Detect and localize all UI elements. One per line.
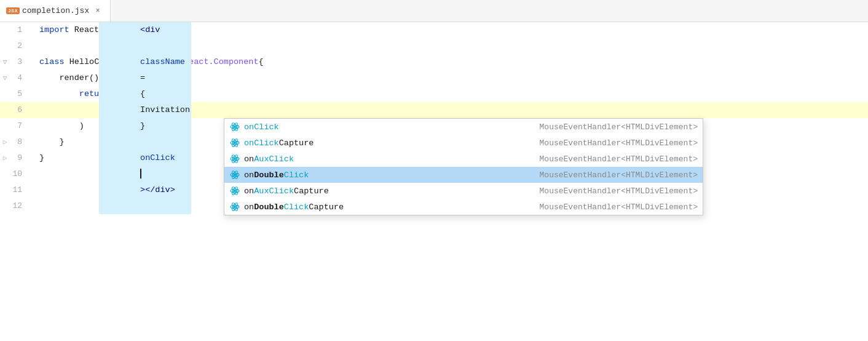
autocomplete-label-onauxclickcapture: onAuxClickCapture	[244, 187, 536, 196]
autocomplete-type-onauxclickcapture: MouseEventHandler<HTMLDivElement>	[540, 187, 698, 196]
autocomplete-dropdown: onClick MouseEventHandler<HTMLDivElement…	[224, 118, 703, 215]
autocomplete-item-onclickcapture[interactable]: onClickCapture MouseEventHandler<HTMLDiv…	[224, 135, 703, 151]
svg-point-20	[234, 206, 236, 208]
autocomplete-type-ondoubleclickcapture: MouseEventHandler<HTMLDivElement>	[540, 203, 698, 212]
autocomplete-type-onclick: MouseEventHandler<HTMLDivElement>	[540, 122, 698, 132]
svg-point-16	[234, 190, 236, 192]
svg-point-0	[234, 126, 236, 128]
line-num-1: 1	[0, 22, 30, 38]
code-content[interactable]: import React from 'react' ; class HelloC…	[30, 22, 868, 341]
autocomplete-label-ondoubleclickcapture: onDoubleClickCapture	[244, 203, 536, 212]
autocomplete-type-onauxclick: MouseEventHandler<HTMLDivElement>	[540, 154, 698, 164]
react-icon-1	[229, 121, 240, 132]
svg-point-4	[234, 142, 236, 144]
line-num-3: ▽ 3	[0, 54, 30, 70]
autocomplete-item-ondoubleclickcapture[interactable]: onDoubleClickCapture MouseEventHandler<H…	[224, 199, 703, 215]
autocomplete-label-ondoubleclick: onDoubleClick	[244, 170, 536, 180]
react-icon-5	[229, 185, 240, 196]
autocomplete-type-ondoubleclick: MouseEventHandler<HTMLDivElement>	[540, 170, 698, 180]
fold-icon-3[interactable]: ▽	[1, 58, 9, 66]
line-num-5: 5	[0, 86, 30, 102]
jsx-icon: JSX	[7, 6, 18, 17]
autocomplete-item-onauxclick[interactable]: onAuxClick MouseEventHandler<HTMLDivElem…	[224, 151, 703, 167]
fold-icon-4[interactable]: ▽	[1, 74, 9, 82]
react-icon-2	[229, 137, 240, 148]
autocomplete-type-onclickcapture: MouseEventHandler<HTMLDivElement>	[540, 138, 698, 148]
line-num-2: 2	[0, 38, 30, 54]
tab-close-button[interactable]: ×	[93, 6, 103, 16]
editor-area: 1 2 ▽ 3 ▽ 4 5 6 7 ▷ 8	[0, 22, 868, 341]
tab-bar: JSX completion.jsx ×	[0, 0, 868, 22]
svg-point-12	[234, 174, 236, 176]
autocomplete-label-onclickcapture: onClickCapture	[244, 138, 536, 148]
tab-filename: completion.jsx	[22, 6, 89, 15]
autocomplete-label-onauxclick: onAuxClick	[244, 154, 536, 164]
code-line-6: <div className = { Invitation } onClick …	[30, 102, 868, 118]
line-numbers: 1 2 ▽ 3 ▽ 4 5 6 7 ▷ 8	[0, 22, 30, 341]
line-num-6: 6	[0, 102, 30, 118]
jsx-badge: JSX	[6, 7, 20, 14]
react-icon-4	[229, 169, 240, 180]
svg-point-8	[234, 158, 236, 160]
line-num-9: ▷ 9	[0, 150, 30, 166]
react-icon-6	[229, 201, 240, 212]
fold-icon-9[interactable]: ▷	[1, 154, 9, 162]
text-cursor	[140, 169, 141, 179]
line-num-10: 10	[0, 166, 30, 182]
line-num-8: ▷ 8	[0, 134, 30, 150]
line-num-11: 11	[0, 182, 30, 198]
react-icon-3	[229, 153, 240, 164]
autocomplete-item-ondoubleclick[interactable]: onDoubleClick MouseEventHandler<HTMLDivE…	[224, 167, 703, 183]
line-num-4: ▽ 4	[0, 70, 30, 86]
fold-icon-8[interactable]: ▷	[1, 138, 9, 146]
autocomplete-label-onclick: onClick	[244, 122, 536, 132]
file-tab[interactable]: JSX completion.jsx ×	[0, 0, 111, 22]
autocomplete-item-onclick[interactable]: onClick MouseEventHandler<HTMLDivElement…	[224, 119, 703, 135]
line-num-12: 12	[0, 198, 30, 214]
line-num-7: 7	[0, 118, 30, 134]
autocomplete-item-onauxclickcapture[interactable]: onAuxClickCapture MouseEventHandler<HTML…	[224, 183, 703, 199]
